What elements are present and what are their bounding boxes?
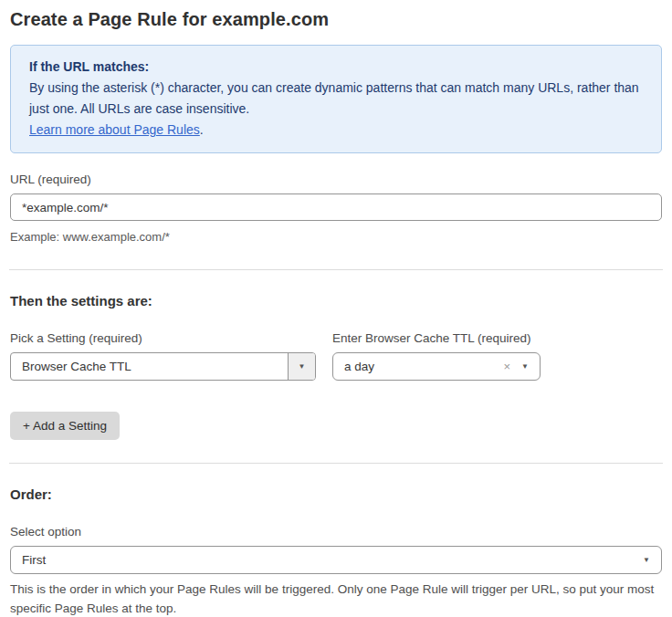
chevron-down-icon: ▼ (299, 363, 306, 371)
setting-select-label: Pick a Setting (required) (10, 331, 316, 345)
page-title: Create a Page Rule for example.com (10, 9, 662, 30)
url-input[interactable] (10, 193, 662, 221)
url-field-helper: Example: www.example.com/* (10, 228, 662, 246)
ttl-select-value: a day (333, 360, 503, 373)
divider (9, 463, 663, 464)
info-box-heading: If the URL matches: (29, 57, 643, 78)
add-setting-button[interactable]: + Add a Setting (10, 412, 120, 440)
settings-row: Pick a Setting (required) Browser Cache … (10, 308, 662, 381)
info-box-body: By using the asterisk (*) character, you… (29, 78, 643, 120)
link-suffix: . (200, 122, 204, 137)
chevron-down-icon: ▼ (632, 557, 661, 564)
order-section-heading: Order: (10, 486, 662, 502)
ttl-select-label: Enter Browser Cache TTL (required) (332, 331, 541, 345)
divider (9, 269, 663, 270)
order-select[interactable]: First ▼ (10, 546, 662, 574)
order-select-value: First (11, 553, 632, 567)
order-select-label: Select option (10, 525, 662, 539)
setting-select[interactable]: Browser Cache TTL ▼ (10, 352, 316, 381)
chevron-down-icon[interactable]: ▼ (520, 363, 540, 371)
ttl-select-column: Enter Browser Cache TTL (required) a day… (332, 308, 541, 381)
url-match-info-box: If the URL matches: By using the asteris… (10, 45, 662, 153)
setting-select-column: Pick a Setting (required) Browser Cache … (10, 308, 316, 381)
setting-select-arrow-segment[interactable]: ▼ (288, 353, 315, 380)
setting-select-value: Browser Cache TTL (11, 360, 288, 373)
settings-section-heading: Then the settings are: (10, 293, 662, 308)
order-helper-text: This is the order in which your Page Rul… (10, 580, 662, 617)
info-box-link-line: Learn more about Page Rules. (29, 120, 643, 141)
url-field-label: URL (required) (10, 173, 662, 186)
ttl-select[interactable]: a day × ▼ (332, 352, 541, 381)
clear-icon[interactable]: × (503, 360, 520, 373)
learn-more-link[interactable]: Learn more about Page Rules (29, 122, 200, 137)
